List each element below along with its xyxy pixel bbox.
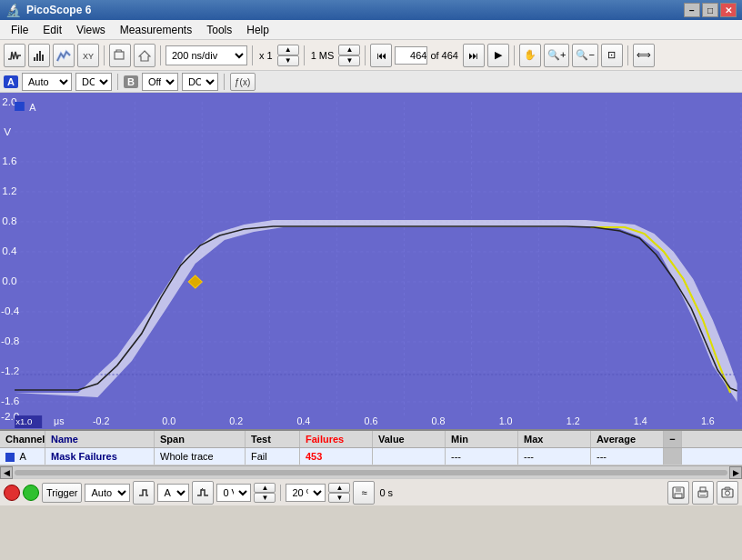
svg-text:2.0: 2.0 — [2, 96, 16, 107]
svg-text:1.4: 1.4 — [634, 416, 647, 426]
tb-sep2 — [160, 45, 161, 65]
first-capture-button[interactable]: ⏮ — [370, 44, 392, 67]
open-button[interactable] — [109, 44, 131, 67]
channelbar: A Auto DC B Off DC ƒ(x) — [0, 71, 742, 93]
print-button[interactable] — [692, 481, 714, 505]
menu-measurements[interactable]: Measurements — [113, 22, 199, 38]
scope-mode-button[interactable] — [4, 44, 25, 67]
menu-tools[interactable]: Tools — [199, 22, 239, 38]
ch-sep1 — [117, 74, 118, 90]
channel-b-enabled[interactable]: Off — [142, 73, 178, 91]
svg-rect-68 — [725, 487, 730, 490]
row-value — [373, 448, 446, 465]
capture-number-input[interactable] — [395, 46, 427, 65]
svg-text:-0.8: -0.8 — [1, 335, 19, 346]
run-indicator[interactable] — [23, 485, 39, 501]
trigger-channel-select[interactable]: A — [157, 484, 189, 502]
row-name: Mask Failures — [45, 448, 155, 465]
svg-text:0.4: 0.4 — [296, 416, 310, 426]
svg-rect-62 — [675, 494, 682, 498]
cap-down[interactable]: ▼ — [338, 55, 360, 66]
svg-text:0.0: 0.0 — [162, 416, 175, 426]
scroll-track[interactable] — [15, 470, 727, 475]
channel-a-scale[interactable]: Auto — [22, 73, 72, 91]
menu-edit[interactable]: Edit — [35, 22, 69, 38]
trigger-type-button[interactable] — [192, 481, 214, 505]
svg-text:-1.6: -1.6 — [1, 395, 19, 406]
maximize-button[interactable]: □ — [702, 3, 718, 17]
level-up[interactable]: ▲ — [254, 483, 276, 493]
home-button[interactable] — [134, 44, 155, 67]
col-test: Test — [246, 431, 300, 447]
svg-text:μs: μs — [54, 416, 65, 426]
trigger-time-label: 0 s — [377, 487, 395, 498]
app-title: PicoScope 6 — [26, 4, 684, 16]
svg-text:0.8: 0.8 — [432, 416, 446, 426]
svg-text:XY: XY — [83, 52, 94, 61]
row-avg: --- — [591, 448, 664, 465]
capture-button[interactable] — [717, 481, 738, 505]
row-channel: A — [0, 448, 45, 465]
col-value: Value — [373, 431, 446, 447]
col-min: Min — [446, 431, 518, 447]
xy-button[interactable]: XY — [77, 44, 99, 67]
play-button[interactable]: ▶ — [487, 44, 509, 67]
last-capture-button[interactable]: ⏭ — [463, 44, 485, 67]
svg-text:x1.0: x1.0 — [15, 417, 32, 426]
ruler-button[interactable]: ⟺ — [633, 44, 655, 67]
mult-down[interactable]: ▼ — [277, 55, 299, 66]
trigger-label: Trigger — [42, 483, 82, 503]
minimize-button[interactable]: − — [684, 3, 700, 17]
pct-up[interactable]: ▲ — [328, 483, 350, 493]
pct-down[interactable]: ▼ — [328, 493, 350, 503]
close-button[interactable]: ✕ — [720, 3, 737, 17]
svg-rect-1 — [36, 54, 38, 61]
scroll-left-button[interactable]: ◀ — [0, 466, 13, 479]
save-button[interactable] — [667, 481, 689, 505]
svg-text:1.6: 1.6 — [701, 416, 715, 426]
measurements-row: A Mask Failures Whole trace Fail 453 ---… — [0, 448, 742, 465]
capture-size-label: 1 MS — [309, 50, 336, 61]
zoom-out-button[interactable]: 🔍− — [572, 44, 597, 67]
trigger-percent-select[interactable]: 20 % — [286, 484, 326, 502]
row-max: --- — [518, 448, 591, 465]
trigger-mode-select[interactable]: Auto — [85, 484, 130, 502]
col-max: Max — [518, 431, 591, 447]
math-channel-button[interactable]: ƒ(x) — [230, 73, 256, 91]
level-down[interactable]: ▼ — [254, 493, 276, 503]
mult-up[interactable]: ▲ — [277, 45, 299, 55]
persistence-button[interactable] — [53, 44, 75, 67]
svg-text:A: A — [29, 103, 35, 113]
status-sep1 — [280, 485, 281, 501]
col-ctrl[interactable]: − — [664, 431, 682, 447]
scroll-right-button[interactable]: ▶ — [729, 466, 742, 479]
menu-views[interactable]: Views — [69, 22, 113, 38]
tb-sep1 — [104, 45, 105, 65]
cap-up[interactable]: ▲ — [338, 45, 360, 55]
tb-sep4 — [304, 45, 305, 65]
spectrum-button[interactable] — [28, 44, 50, 67]
zoom-fit-button[interactable]: ⊡ — [601, 44, 623, 67]
trigger-level-select[interactable]: 0 V — [216, 484, 251, 502]
menu-file[interactable]: File — [4, 22, 35, 38]
timebase-select[interactable]: 200 ns/div — [165, 45, 247, 65]
table-scrollbar[interactable]: ◀ ▶ — [0, 465, 742, 478]
channel-b-coupling[interactable]: DC — [182, 73, 218, 91]
row-test: Fail — [246, 448, 300, 465]
svg-rect-2 — [39, 51, 41, 61]
row-span: Whole trace — [155, 448, 246, 465]
stop-indicator[interactable] — [4, 485, 20, 501]
pan-button[interactable]: ✋ — [519, 44, 541, 67]
svg-text:0.8: 0.8 — [2, 215, 16, 226]
svg-text:V: V — [4, 126, 11, 137]
trigger-adv-button[interactable]: ≈ — [353, 481, 375, 505]
of-captures-label: of 464 — [428, 50, 460, 61]
zoom-in-button[interactable]: 🔍+ — [544, 44, 569, 67]
tb-sep7 — [627, 45, 628, 65]
svg-text:1.2: 1.2 — [567, 416, 580, 426]
channel-a-coupling[interactable]: DC — [75, 73, 112, 91]
col-span: Span — [155, 431, 246, 447]
menu-help[interactable]: Help — [239, 22, 276, 38]
scope-display[interactable]: 2.0 V 1.6 1.2 0.8 0.4 0.0 -0.4 -0.8 -1.2… — [0, 93, 742, 429]
trigger-options-button[interactable] — [133, 481, 155, 505]
